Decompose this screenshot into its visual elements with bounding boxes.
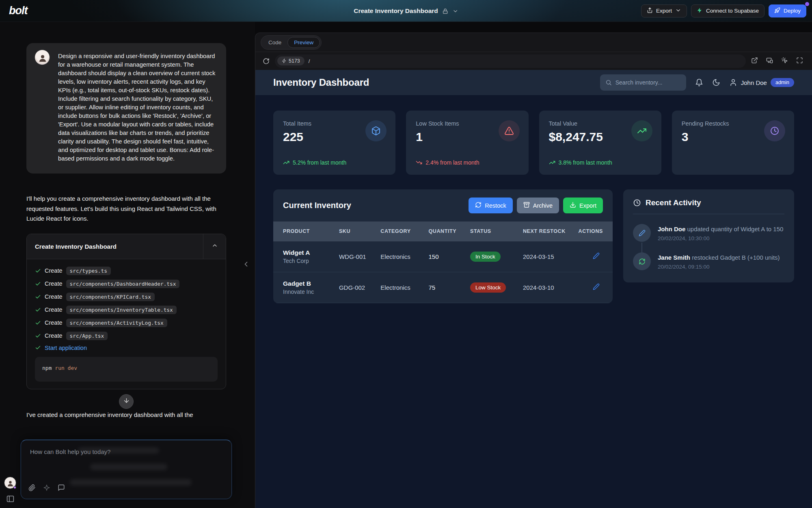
fullscreen-icon[interactable] — [796, 57, 803, 65]
collapse-chat-handle[interactable] — [242, 260, 250, 270]
kpi-card-total-items: Total Items 225 5.2% from last month — [273, 111, 395, 175]
chat-mode-icon[interactable] — [58, 484, 65, 493]
kpi-card-low-stock: Low Stock Items 1 2.4% from last month — [406, 111, 528, 175]
step-action: Create — [45, 293, 63, 300]
edit-pencil-icon[interactable] — [593, 283, 600, 290]
sidebar-toggle-icon[interactable] — [6, 495, 15, 503]
package-icon — [365, 120, 387, 141]
activity-text: updated quantity of Widget A to 150 — [687, 226, 784, 232]
user-message: Design a responsive and user-friendly in… — [26, 43, 226, 174]
preview-url-bar: 5173 / — [255, 52, 812, 70]
trending-up-icon — [283, 159, 289, 166]
check-icon — [35, 268, 41, 274]
category-cell: Electronics — [380, 245, 428, 268]
col-product: Product — [283, 221, 339, 241]
export-csv-button[interactable]: Export — [563, 198, 603, 213]
check-icon — [35, 333, 41, 339]
user-avatar — [35, 50, 50, 65]
sku-cell: GDG-002 — [339, 276, 380, 299]
check-icon — [35, 320, 41, 326]
recent-activity-card: Recent Activity John Doe updated quantit… — [623, 189, 794, 282]
quantity-cell[interactable]: 150 — [429, 245, 470, 268]
role-badge: admin — [771, 78, 794, 87]
reload-icon[interactable] — [263, 58, 270, 65]
table-row[interactable]: Widget A Tech Corp WDG-001 Electronics 1… — [273, 241, 613, 272]
step-action: Create — [45, 319, 63, 326]
restock-button[interactable]: Restock — [469, 198, 512, 213]
devices-icon[interactable] — [766, 57, 773, 65]
export-label: Export — [656, 8, 672, 14]
dark-mode-toggle-icon[interactable] — [712, 78, 720, 87]
category-cell: Electronics — [380, 276, 428, 299]
download-icon — [570, 202, 576, 209]
activity-item: Jane Smith restocked Gadget B (+100 unit… — [633, 252, 784, 270]
file-chip[interactable]: src/components/InventoryTable.tsx — [66, 306, 177, 314]
chevron-left-icon — [242, 263, 250, 269]
product-name: Widget A — [283, 249, 336, 256]
url-input[interactable]: 5173 / — [275, 54, 746, 68]
account-avatar[interactable] — [4, 477, 16, 489]
file-chip[interactable]: src/components/DashboardHeader.tsx — [66, 280, 180, 288]
artifact-step: Create src/components/KPICard.tsx — [35, 293, 218, 301]
blurred-text — [70, 479, 192, 486]
open-external-icon[interactable] — [751, 57, 758, 65]
chat-composer[interactable]: How can Bolt help you today? — [21, 440, 232, 499]
kpi-card-pending-restocks: Pending Restocks 3 — [672, 111, 794, 175]
tab-code[interactable]: Code — [262, 37, 287, 48]
supabase-label: Connect to Supabase — [706, 8, 759, 14]
sparkles-icon[interactable] — [43, 484, 50, 493]
status-badge: Low Stock — [470, 282, 506, 293]
file-chip[interactable]: src/App.tsx — [66, 332, 108, 340]
file-chip[interactable]: src/types.ts — [66, 267, 111, 275]
blurred-text — [90, 464, 167, 470]
bolt-logo[interactable]: bolt — [9, 4, 27, 17]
scroll-to-bottom-button[interactable] — [119, 394, 134, 409]
file-chip[interactable]: src/components/ActivityLog.tsx — [66, 319, 167, 327]
archive-button[interactable]: Archive — [517, 198, 559, 213]
attach-icon[interactable] — [28, 484, 36, 493]
tab-preview[interactable]: Preview — [287, 37, 320, 48]
collapse-toggle-button[interactable] — [203, 234, 226, 259]
col-quantity: Quantity — [429, 221, 470, 241]
bell-icon[interactable] — [695, 78, 703, 87]
supplier-name: Innovate Inc — [283, 289, 336, 295]
command-args: run dev — [55, 365, 77, 371]
table-header: Product SKU Category Quantity Status Nex… — [273, 221, 613, 241]
edit-pencil-icon[interactable] — [593, 252, 600, 259]
table-row[interactable]: Gadget B Innovate Inc GDG-002 Electronic… — [273, 272, 613, 303]
restock-date-cell: 2024-03-15 — [523, 245, 571, 268]
check-icon — [35, 281, 41, 287]
port-badge[interactable]: 5173 — [277, 56, 304, 65]
port-number: 5173 — [289, 58, 300, 64]
status-dot — [13, 486, 16, 489]
start-application-step[interactable]: Start application — [35, 345, 218, 351]
user-menu[interactable]: John Doe admin — [729, 78, 794, 87]
start-application-label: Start application — [45, 345, 87, 351]
inspector-cursor-icon[interactable] — [781, 57, 788, 65]
activity-time: 20/02/2024, 10:30:00 — [658, 235, 783, 241]
chevron-down-icon[interactable] — [452, 8, 458, 14]
kpi-card-total-value: Total Value $8,247.75 3.8% from last mon… — [539, 111, 661, 175]
artifact-step: Create src/components/ActivityLog.tsx — [35, 319, 218, 327]
check-icon — [35, 294, 41, 300]
deploy-label: Deploy — [784, 8, 801, 14]
sku-cell: WDG-001 — [339, 245, 380, 268]
product-name: Gadget B — [283, 280, 336, 287]
artifact-title: Create Inventory Dashboard — [27, 234, 203, 259]
quantity-cell[interactable]: 75 — [429, 276, 470, 299]
deploy-button[interactable]: Deploy — [769, 4, 806, 17]
pencil-icon — [633, 224, 651, 242]
project-title-group[interactable]: Create Inventory Dashboard — [354, 0, 458, 22]
url-path: / — [309, 58, 310, 64]
chat-panel: Design a responsive and user-friendly in… — [0, 22, 255, 508]
search-input[interactable]: Search inventory... — [600, 74, 686, 91]
trending-up-icon — [631, 120, 652, 141]
activity-user: Jane Smith — [658, 254, 690, 261]
rocket-icon — [774, 7, 780, 15]
connect-supabase-button[interactable]: Connect to Supabase — [691, 4, 764, 17]
file-chip[interactable]: src/components/KPICard.tsx — [66, 293, 155, 301]
status-badge: In Stock — [470, 252, 501, 262]
user-name: John Doe — [741, 79, 767, 86]
assistant-intro: I'll help you create a comprehensive inv… — [26, 194, 226, 224]
export-button[interactable]: Export — [641, 4, 687, 17]
